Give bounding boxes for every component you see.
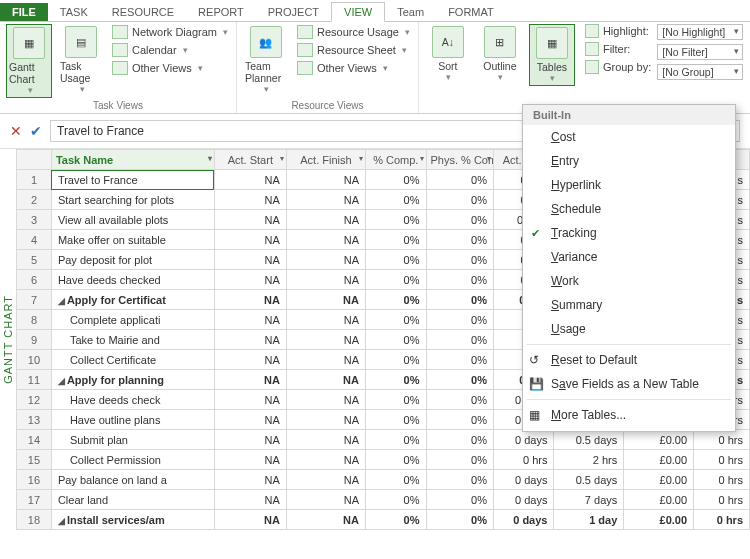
row-number[interactable]: 9 [17,330,52,350]
cell-act-dur[interactable]: 0 hrs [493,450,554,470]
tab-resource[interactable]: RESOURCE [100,3,186,21]
cell-pct-comp[interactable]: 0% [366,170,427,190]
cell-act-start[interactable]: NA [214,470,286,490]
cell-rem-dur[interactable]: 1 day [554,510,624,530]
cell-act-start[interactable]: NA [214,270,286,290]
menu-item-entry[interactable]: Entry [523,149,735,173]
cell-act-finish[interactable]: NA [286,210,365,230]
calendar-button[interactable]: Calendar▾ [110,42,230,58]
cell-phys-pct[interactable]: 0% [426,430,493,450]
cell-act-start[interactable]: NA [214,230,286,250]
cell-act-finish[interactable]: NA [286,350,365,370]
row-number[interactable]: 15 [17,450,52,470]
row-number[interactable]: 5 [17,250,52,270]
cell-task-name[interactable]: Submit plan [51,430,214,450]
cell-task-name[interactable]: View all available plots [51,210,214,230]
cell-act-start[interactable]: NA [214,310,286,330]
row-number[interactable]: 6 [17,270,52,290]
menu-item-hyperlink[interactable]: Hyperlink [523,173,735,197]
cell-phys-pct[interactable]: 0% [426,410,493,430]
cell-phys-pct[interactable]: 0% [426,170,493,190]
row-number[interactable]: 18 [17,510,52,530]
tab-format[interactable]: FORMAT [436,3,506,21]
cell-task-name[interactable]: Have deeds check [51,390,214,410]
cell-task-name[interactable]: Take to Mairie and [51,330,214,350]
cell-task-name[interactable]: ◢Apply for planning [51,370,214,390]
col-act-start[interactable]: Act. Start▾ [214,150,286,170]
cell-act-cost[interactable]: £0.00 [624,470,694,490]
cell-act-finish[interactable]: NA [286,270,365,290]
menu-item-variance[interactable]: Variance [523,245,735,269]
cell-act-start[interactable]: NA [214,430,286,450]
cell-act-work[interactable]: 0 hrs [694,470,750,490]
cell-pct-comp[interactable]: 0% [366,210,427,230]
cell-rem-dur[interactable]: 7 days [554,490,624,510]
tab-report[interactable]: REPORT [186,3,256,21]
network-diagram-button[interactable]: Network Diagram▾ [110,24,230,40]
other-views-button[interactable]: Other Views▾ [110,60,230,76]
cell-act-start[interactable]: NA [214,330,286,350]
cell-phys-pct[interactable]: 0% [426,250,493,270]
tab-view[interactable]: VIEW [331,2,385,22]
cell-task-name[interactable]: Have outline plans [51,410,214,430]
cell-act-finish[interactable]: NA [286,170,365,190]
cell-task-name[interactable]: Pay deposit for plot [51,250,214,270]
cell-act-work[interactable]: 0 hrs [694,490,750,510]
cell-rem-dur[interactable]: 2 hrs [554,450,624,470]
cell-act-work[interactable]: 0 hrs [694,430,750,450]
col-task-name[interactable]: Task Name▾ [51,150,214,170]
cell-pct-comp[interactable]: 0% [366,310,427,330]
cell-pct-comp[interactable]: 0% [366,450,427,470]
row-number[interactable]: 11 [17,370,52,390]
cell-phys-pct[interactable]: 0% [426,390,493,410]
cancel-entry-button[interactable]: ✕ [10,123,22,139]
cell-act-work[interactable]: 0 hrs [694,450,750,470]
cell-phys-pct[interactable]: 0% [426,230,493,250]
sort-button[interactable]: A↓Sort▾ [425,24,471,84]
resource-usage-button[interactable]: Resource Usage▾ [295,24,412,40]
cell-act-finish[interactable]: NA [286,330,365,350]
cell-pct-comp[interactable]: 0% [366,350,427,370]
menu-item-summary[interactable]: Summary [523,293,735,317]
col-rownum[interactable] [17,150,52,170]
tab-task[interactable]: TASK [48,3,100,21]
menu-more-tables[interactable]: ▦More Tables... [523,403,735,427]
cell-task-name[interactable]: Collect Certificate [51,350,214,370]
cell-act-finish[interactable]: NA [286,190,365,210]
row-number[interactable]: 13 [17,410,52,430]
cell-phys-pct[interactable]: 0% [426,490,493,510]
cell-phys-pct[interactable]: 0% [426,330,493,350]
col-phys-pct[interactable]: Phys. % Comp.▾ [426,150,493,170]
cell-phys-pct[interactable]: 0% [426,510,493,530]
cell-act-finish[interactable]: NA [286,290,365,310]
cell-act-start[interactable]: NA [214,290,286,310]
cell-task-name[interactable]: Complete applicati [51,310,214,330]
cell-task-name[interactable]: Clear land [51,490,214,510]
menu-item-tracking[interactable]: ✔Tracking [523,221,735,245]
cell-rem-dur[interactable]: 0.5 days [554,470,624,490]
row-number[interactable]: 10 [17,350,52,370]
cell-act-start[interactable]: NA [214,390,286,410]
cell-act-dur[interactable]: 0 days [493,510,554,530]
cell-act-finish[interactable]: NA [286,410,365,430]
cell-act-start[interactable]: NA [214,350,286,370]
row-number[interactable]: 12 [17,390,52,410]
task-usage-button[interactable]: ▤ Task Usage▾ [58,24,104,96]
cell-act-start[interactable]: NA [214,250,286,270]
cell-act-finish[interactable]: NA [286,310,365,330]
cell-act-finish[interactable]: NA [286,390,365,410]
cell-phys-pct[interactable]: 0% [426,450,493,470]
menu-save-fields[interactable]: 💾Save Fields as a New Table [523,372,735,396]
menu-reset-default[interactable]: ↺Reset to Default [523,348,735,372]
tab-file[interactable]: FILE [0,3,48,21]
cell-pct-comp[interactable]: 0% [366,330,427,350]
row-number[interactable]: 17 [17,490,52,510]
cell-pct-comp[interactable]: 0% [366,270,427,290]
row-number[interactable]: 16 [17,470,52,490]
cell-act-start[interactable]: NA [214,410,286,430]
cell-task-name[interactable]: Make offer on suitable [51,230,214,250]
cell-act-start[interactable]: NA [214,210,286,230]
cell-phys-pct[interactable]: 0% [426,190,493,210]
gantt-chart-button[interactable]: ▦ Gantt Chart▾ [6,24,52,98]
cell-pct-comp[interactable]: 0% [366,250,427,270]
